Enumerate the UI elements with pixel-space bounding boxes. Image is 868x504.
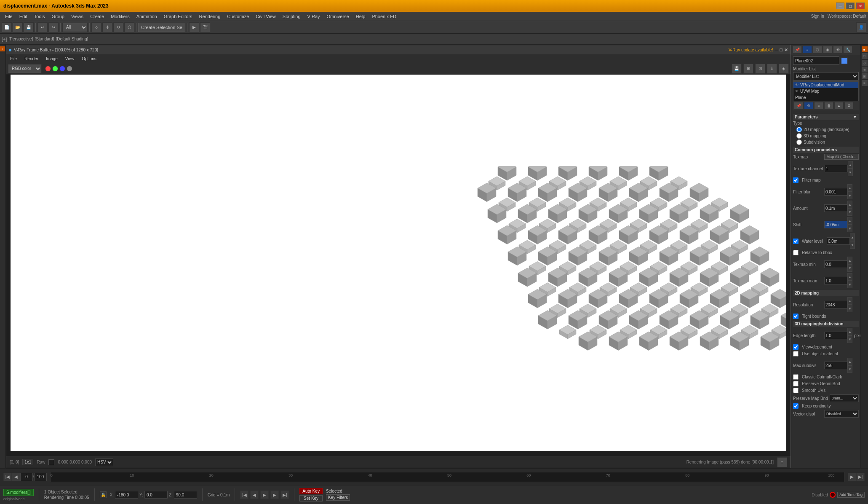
resolution-input[interactable]: [824, 301, 847, 308]
view-dependent-checkbox[interactable]: [793, 344, 799, 350]
maximize-button[interactable]: □: [846, 3, 855, 9]
vray-info-btn[interactable]: ℹ: [767, 64, 777, 74]
vray-menu-file[interactable]: File: [8, 56, 19, 62]
playback-end[interactable]: ▶|: [280, 491, 289, 499]
modifier-panel-btn[interactable]: ≡: [803, 46, 812, 54]
view-shading-standard[interactable]: [Standard]: [35, 37, 54, 41]
auto-key-button[interactable]: Auto Key: [299, 488, 323, 494]
vray-region-btn[interactable]: ⊞: [743, 64, 753, 74]
menu-omniverse[interactable]: Omniverse: [323, 13, 353, 20]
type-2d-row[interactable]: 2D mapping (landscape): [796, 127, 859, 132]
lock-button[interactable]: 🔒: [100, 491, 107, 498]
use-object-material-checkbox[interactable]: [793, 351, 799, 357]
render-frame-button[interactable]: 🎬: [200, 22, 210, 32]
total-frames-input[interactable]: [34, 473, 47, 481]
vray-menu-image[interactable]: Image: [44, 56, 60, 62]
far-right-icon-2[interactable]: □: [862, 53, 868, 59]
vray-colorspace[interactable]: HSV: [95, 458, 113, 466]
undo-button[interactable]: ↩: [37, 22, 48, 32]
pin-icon[interactable]: 📌: [793, 46, 802, 54]
far-right-icon-1[interactable]: ■: [862, 46, 868, 52]
set-key-button[interactable]: Set Key: [299, 495, 323, 501]
menu-group[interactable]: Group: [48, 13, 68, 20]
move-up-btn[interactable]: ▲: [834, 102, 844, 110]
resolution-up[interactable]: ▲: [847, 297, 852, 305]
texmap-max-up[interactable]: ▲: [847, 273, 852, 281]
texmap-max-down[interactable]: ▼: [847, 281, 852, 288]
color-mode-dropdown[interactable]: RGB color: [8, 64, 42, 73]
water-level-up[interactable]: ▲: [850, 233, 855, 241]
resolution-down[interactable]: ▼: [847, 305, 852, 312]
texmap-max-input[interactable]: [824, 277, 847, 284]
type-2d-radio[interactable]: [796, 127, 802, 132]
menu-phoenix[interactable]: Phoenix FD: [369, 13, 399, 20]
utilities-panel-btn[interactable]: 🔧: [843, 46, 852, 54]
new-file-button[interactable]: 📄: [2, 22, 12, 32]
timeline-prev-btn[interactable]: ◀: [12, 473, 20, 481]
object-name-input[interactable]: [793, 56, 839, 65]
texmap-min-up[interactable]: ▲: [847, 257, 852, 264]
texmap-min-down[interactable]: ▼: [847, 264, 852, 272]
shift-input[interactable]: [824, 221, 847, 228]
edge-length-up[interactable]: ▲: [847, 328, 852, 335]
menu-graph-editors[interactable]: Graph Editors: [160, 13, 196, 20]
save-file-button[interactable]: 💾: [24, 22, 34, 32]
menu-animation[interactable]: Animation: [133, 13, 160, 20]
menu-edit[interactable]: Edit: [16, 13, 31, 20]
z-coord-input[interactable]: [174, 491, 197, 499]
vray-menu-view[interactable]: View: [63, 56, 77, 62]
sign-in-button[interactable]: Sign In: [811, 14, 824, 19]
playback-next-frame[interactable]: ▶: [270, 491, 279, 499]
scale-tool[interactable]: ⬡: [124, 22, 134, 32]
show-all-btn[interactable]: ≡: [814, 102, 823, 110]
timeline-next-btn[interactable]: ▶: [848, 473, 856, 481]
water-level-checkbox[interactable]: [793, 239, 799, 244]
amount-down[interactable]: ▼: [847, 208, 852, 216]
preserve-map-bnd-select[interactable]: 3mm...: [830, 394, 859, 402]
record-button[interactable]: [830, 492, 836, 498]
redo-button[interactable]: ↪: [48, 22, 59, 32]
timeline-track[interactable]: 0 10 20 30 40 50 60 70 80 90 100: [50, 472, 844, 482]
menu-vray[interactable]: V-Ray: [304, 13, 323, 20]
menu-rendering[interactable]: Rendering: [196, 13, 224, 20]
channel-a[interactable]: [67, 66, 72, 72]
menu-views[interactable]: Views: [68, 13, 87, 20]
vector-displ-select[interactable]: Disabled: [824, 410, 859, 418]
playback-prev-frame[interactable]: ◀: [250, 491, 259, 499]
edge-length-input[interactable]: [824, 332, 847, 339]
left-create-icon[interactable]: +: [0, 46, 5, 51]
texture-channel-input[interactable]: [825, 165, 848, 172]
water-level-input[interactable]: [827, 237, 850, 245]
modifier-item-uvw[interactable]: 👁 UVW Map: [793, 88, 858, 94]
view-shading-default[interactable]: [Default Shading]: [56, 37, 88, 41]
key-filters-button[interactable]: Key Filters: [326, 494, 350, 501]
type-3d-row[interactable]: 3D mapping: [796, 133, 859, 139]
3d-mapping-header[interactable]: 3D mapping/subdivision: [793, 321, 859, 327]
view-type-perspective[interactable]: [Perspective]: [9, 37, 33, 41]
edge-length-down[interactable]: ▼: [847, 335, 852, 343]
menu-modifiers[interactable]: Modifiers: [107, 13, 133, 20]
playback-start[interactable]: |◀: [240, 491, 248, 499]
x-coord-input[interactable]: [115, 491, 138, 499]
keep-continuity-checkbox[interactable]: [793, 403, 799, 409]
vray-save-btn[interactable]: 💾: [732, 64, 742, 74]
water-level-down[interactable]: ▼: [850, 241, 855, 249]
timeline-end-btn[interactable]: ▶|: [856, 473, 865, 481]
far-right-icon-6[interactable]: ≡: [862, 80, 868, 86]
vray-color-btn[interactable]: ◈: [779, 64, 789, 74]
playback-play[interactable]: ▶: [260, 491, 269, 499]
filter-blur-up[interactable]: ▲: [847, 184, 852, 192]
smooth-uvs-checkbox[interactable]: [793, 388, 799, 393]
max-subdivs-down[interactable]: ▼: [847, 365, 852, 373]
hierarchy-panel-btn[interactable]: ⬡: [813, 46, 822, 54]
open-file-button[interactable]: 📂: [13, 22, 23, 32]
pin-modifier-btn[interactable]: 📌: [794, 102, 803, 110]
modifier-item-vray-displacement[interactable]: 👁 VRayDisplacementMod: [793, 82, 858, 88]
preserve-geom-checkbox[interactable]: [793, 381, 799, 386]
menu-civil-view[interactable]: Civil View: [252, 13, 279, 20]
texture-channel-up[interactable]: ▲: [848, 161, 853, 169]
add-time-tag-button[interactable]: Add Time Tag: [837, 492, 865, 498]
2d-mapping-header[interactable]: 2D mapping: [793, 290, 859, 296]
vray-menu-options[interactable]: Options: [80, 56, 98, 62]
vray-minimize[interactable]: ─: [775, 47, 778, 52]
